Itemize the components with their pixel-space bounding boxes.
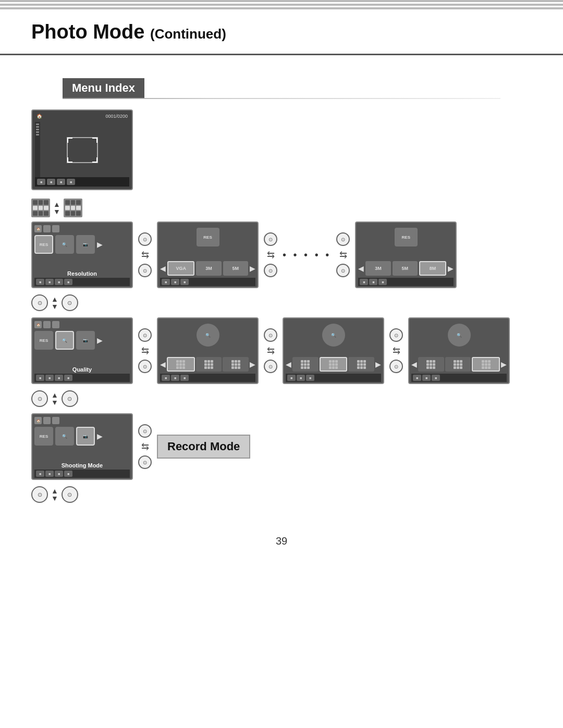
res-opt-vga: VGA: [167, 261, 194, 276]
nav-circle-right-2: ⊙: [62, 390, 78, 407]
qual-screen-1: 🔍 ◀: [157, 317, 259, 384]
double-arrow-s1: ⇆: [141, 441, 149, 452]
double-arrow-q1: ⇆: [141, 345, 149, 356]
camera-sidebar: [35, 122, 40, 178]
nav-circle-right: ⊙: [62, 294, 78, 311]
qual-opt-low-3: [472, 357, 500, 372]
qual-top-icon-3: 🔍: [448, 324, 471, 347]
menu-screen-quality: 🏠 RES 🔍 📷 ▶ Quality ■ ■ ■ ■: [31, 317, 133, 384]
qual-left-arrow-2: ◀: [286, 360, 291, 368]
grid-icon-left: [31, 199, 50, 217]
nav-cancel-shoot-1: ⊙: [138, 455, 152, 469]
menu-icons-row-q: RES 🔍 📷 ▶: [34, 331, 130, 350]
qual-options-3: ◀: [411, 357, 507, 372]
menu-screen-top-s: 🏠: [34, 416, 130, 425]
page-number: 39: [0, 535, 563, 547]
res-screen-last: RES ◀ 3M 5M 8M ▶ ■ ■ ■: [355, 221, 457, 288]
updown-arrow-center: ▲ ▼: [53, 201, 60, 215]
ms-qual-icon: 🔍: [55, 235, 74, 254]
header-decoration: [0, 0, 563, 15]
menu-icons-row: RES 🔍 📷 ▶: [34, 235, 130, 254]
res-opt-8m-last: 8M: [419, 261, 446, 276]
qual-bottom-3: ■ ■ ■: [411, 374, 507, 382]
arrow-res-3: ⊙ ⇆ ⊙: [336, 232, 350, 277]
ellipsis: • • • • •: [283, 249, 331, 261]
res-opt-3m: 3M: [196, 261, 221, 276]
qual-right-arrow-3: ▶: [501, 360, 507, 368]
nav-ok-qual-1: ⊙: [138, 328, 152, 342]
qual-opt-high-3: [418, 357, 444, 372]
qual-options-1: ◀: [160, 357, 255, 372]
updown-nav-1: ⊙ ▲ ▼ ⊙: [31, 294, 532, 311]
menu-label-resolution: Resolution: [32, 270, 132, 277]
qual-top-icon-2: 🔍: [322, 324, 345, 347]
nav-ok-qual-3: ⊙: [389, 328, 403, 342]
res-left-arrow: ◀: [160, 264, 166, 273]
qual-opt-low: [223, 357, 249, 372]
nav-cancel-qual-2: ⊙: [264, 360, 277, 373]
qual-bottom-2: ■ ■ ■: [286, 374, 381, 382]
grid-icon-right: [64, 199, 82, 217]
nav-ok-shoot-1: ⊙: [138, 424, 152, 438]
ms-icon-s2: [52, 417, 59, 424]
nav-cancel-btn-2: ⊙: [264, 264, 277, 277]
ms-icon-home-s: 🏠: [34, 417, 42, 424]
updown-nav-2: ⊙ ▲ ▼ ⊙: [31, 390, 532, 407]
ms-icon-home-q: 🏠: [34, 321, 42, 328]
res-left-arrow-last: ◀: [358, 264, 364, 273]
resolution-row: 🏠 RES 🔍 📷 ▶ Resolution ■ ■ ■ ■ ⊙ ⇆ ⊙: [31, 221, 532, 288]
ms-icon-q1: [43, 321, 51, 328]
qual-left-arrow-3: ◀: [411, 360, 417, 368]
res-options-1: ◀ VGA 3M 5M ▶: [160, 261, 255, 276]
updown-arrows-1: ▲ ▼: [51, 295, 58, 310]
qual-opt-high: [167, 357, 195, 372]
qual-right-arrow-2: ▶: [375, 360, 381, 368]
page-title: Photo Mode (Continued): [31, 16, 532, 43]
updown-nav-3: ⊙ ▲ ▼ ⊙: [31, 486, 532, 503]
res-bottom-last: ■ ■ ■: [358, 278, 454, 286]
res-opt-5m-last: 5M: [393, 261, 418, 276]
qual-opt-med-3: [445, 357, 471, 372]
ms-res-icon-s: RES: [34, 427, 53, 446]
arrow-qual-2: ⊙ ⇆ ⊙: [264, 328, 277, 373]
nav-circle-left-3: ⊙: [31, 486, 48, 503]
menu-screen-resolution: 🏠 RES 🔍 📷 ▶ Resolution ■ ■ ■ ■: [31, 221, 133, 288]
menu-label-shooting: Shooting Mode: [32, 462, 132, 468]
menu-icons-row-s: RES 🔍 📷 ▶: [34, 427, 130, 446]
updown-arrows-2: ▲ ▼: [51, 391, 58, 406]
menu-icon-row: ▲ ▼: [31, 199, 532, 217]
res-opt-3m-last: 3M: [365, 261, 390, 276]
nav-circle-left-2: ⊙: [31, 390, 48, 407]
main-camera-screen: 🏠 0001/0200 ■ ■ ■ ■: [31, 109, 133, 190]
section-heading: Menu Index: [63, 78, 144, 98]
ms-right-arrow-q: ▶: [97, 336, 103, 344]
camera-top-bar: 🏠 0001/0200: [36, 114, 128, 119]
nav-ok-btn-3: ⊙: [336, 232, 350, 246]
ms-res-icon: RES: [34, 235, 53, 254]
res-screen-1: RES ◀ VGA 3M 5M ▶ ■ ■ ■: [157, 221, 259, 288]
qual-right-arrow-1: ▶: [250, 360, 255, 368]
page-header: Photo Mode (Continued): [0, 0, 563, 55]
double-arrow-q3: ⇆: [393, 345, 400, 356]
menu-bottom-resolution: ■ ■ ■ ■: [34, 278, 130, 286]
ms-icon-s1: [43, 417, 51, 424]
ms-right-arrow-s: ▶: [97, 432, 103, 440]
record-mode-box: Record Mode: [157, 435, 250, 459]
ms-shoot-icon-q: 📷: [76, 331, 95, 350]
double-arrow-q2: ⇆: [267, 345, 275, 356]
qual-opt-med-2: [320, 357, 348, 372]
ms-qual-icon-q: 🔍: [55, 331, 74, 350]
nav-circle-right-3: ⊙: [62, 486, 78, 503]
qual-opt-high-2: [292, 357, 319, 372]
res-opt-5m: 5M: [223, 261, 248, 276]
nav-cancel-btn: ⊙: [138, 264, 152, 277]
nav-cancel-qual-3: ⊙: [389, 360, 403, 373]
nav-ok-btn-2: ⊙: [264, 232, 277, 246]
menu-bottom-shooting: ■ ■ ■ ■: [34, 470, 130, 478]
nav-circle-left: ⊙: [31, 294, 48, 311]
ms-icon-q2: [52, 321, 59, 328]
res-options-last: ◀ 3M 5M 8M ▶: [358, 261, 454, 276]
menu-label-quality: Quality: [32, 366, 132, 373]
arrow-shoot-1: ⊙ ⇆ ⊙: [138, 424, 152, 469]
nav-ok-btn: ⊙: [138, 232, 152, 246]
